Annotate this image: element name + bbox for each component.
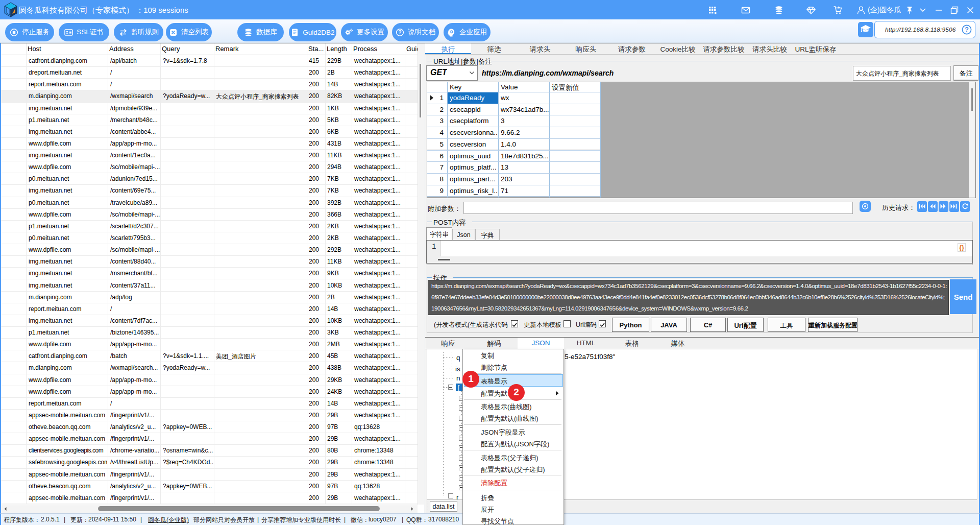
svg-text:?: ? xyxy=(398,29,401,35)
svg-text:?: ? xyxy=(965,26,969,33)
